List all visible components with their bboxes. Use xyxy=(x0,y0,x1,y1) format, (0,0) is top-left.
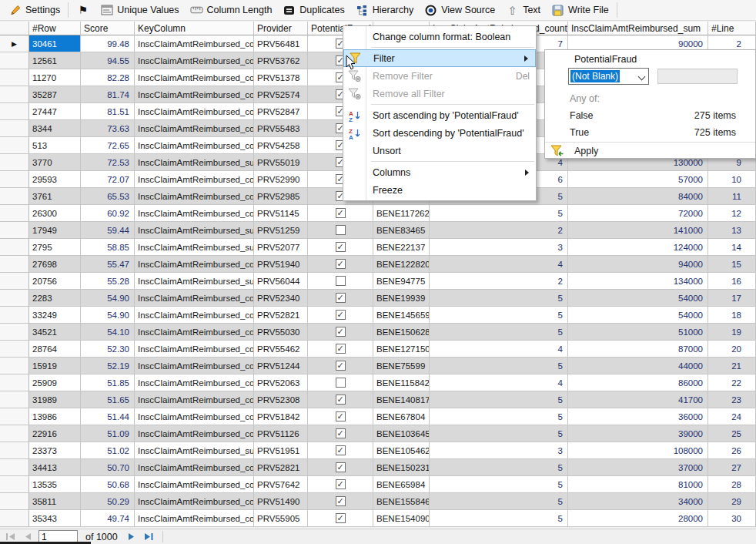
cell-key_column[interactable]: InscClaimAmtReimbursed_count xyxy=(135,374,254,391)
cell-provider[interactable]: PRV51259 xyxy=(254,222,308,239)
cell-score[interactable]: 51.44 xyxy=(81,408,135,425)
cell-bene[interactable]: BENE65984 xyxy=(373,476,430,493)
cell-row[interactable]: 22916 xyxy=(29,425,81,442)
cell-row[interactable]: 35287 xyxy=(29,86,81,103)
cell-provider[interactable]: PRV52985 xyxy=(254,188,308,205)
cell-row[interactable]: 8344 xyxy=(29,120,81,137)
potential-fraud-checkbox[interactable] xyxy=(336,208,346,218)
cell-bene[interactable]: BENE115842 xyxy=(373,374,430,391)
cell-potential_fraud[interactable] xyxy=(308,324,373,341)
cell-potential_fraud[interactable] xyxy=(308,307,373,324)
cell-potential_fraud[interactable] xyxy=(308,510,373,527)
cell-potential_fraud[interactable] xyxy=(308,374,373,391)
table-row[interactable]: 2291651.09InscClaimAmtReimbursed_countPR… xyxy=(0,425,756,442)
cell-score[interactable]: 82.28 xyxy=(81,69,135,86)
cell-count[interactable]: 4 xyxy=(430,256,568,273)
cell-provider[interactable]: PRV51490 xyxy=(254,493,308,510)
cell-key_column[interactable]: InscClaimAmtReimbursed_count xyxy=(135,358,254,374)
column-header-key_column[interactable]: KeyColumn xyxy=(135,22,254,35)
cell-row[interactable]: 17949 xyxy=(29,222,81,239)
cell-line[interactable]: 10 xyxy=(708,171,756,188)
cell-count[interactable]: 4 xyxy=(430,341,568,358)
cell-sum[interactable]: 72000 xyxy=(568,205,708,222)
cell-row[interactable]: 513 xyxy=(29,137,81,154)
toolbar-button-view-source[interactable]: View Source xyxy=(419,2,500,19)
cell-score[interactable]: 59.44 xyxy=(81,222,135,239)
cell-line[interactable]: 14 xyxy=(708,239,756,256)
cell-provider[interactable]: PRV52821 xyxy=(254,307,308,324)
cell-sum[interactable]: 86000 xyxy=(568,374,708,391)
cell-score[interactable]: 72.65 xyxy=(81,137,135,154)
first-page-button[interactable] xyxy=(5,532,17,542)
potential-fraud-checkbox[interactable] xyxy=(336,496,346,506)
cell-bene[interactable]: BENE140817 xyxy=(373,391,430,408)
cell-sum[interactable]: 141000 xyxy=(568,222,708,239)
cell-line[interactable]: 20 xyxy=(708,341,756,358)
cell-score[interactable]: 55.47 xyxy=(81,256,135,273)
cell-bene[interactable]: BENE22137 xyxy=(373,239,430,256)
cell-bene[interactable]: BENE145659 xyxy=(373,307,430,324)
cell-score[interactable]: 50.29 xyxy=(81,493,135,510)
cell-count[interactable]: 5 xyxy=(430,324,568,341)
cell-count[interactable]: 5 xyxy=(430,510,568,527)
cell-line[interactable]: 29 xyxy=(708,493,756,510)
potential-fraud-checkbox[interactable] xyxy=(336,462,346,472)
cell-potential_fraud[interactable] xyxy=(308,408,373,425)
cell-row[interactable]: 2283 xyxy=(29,290,81,307)
cell-score[interactable]: 51.02 xyxy=(81,442,135,459)
cell-row[interactable]: 35811 xyxy=(29,493,81,510)
cell-score[interactable]: 50.68 xyxy=(81,476,135,493)
potential-fraud-checkbox[interactable] xyxy=(336,327,346,337)
potential-fraud-checkbox[interactable] xyxy=(336,395,346,405)
table-row[interactable]: 3441350.70InscClaimAmtReimbursed_countPR… xyxy=(0,459,756,476)
cell-line[interactable]: 19 xyxy=(708,324,756,341)
cell-score[interactable]: 65.53 xyxy=(81,188,135,205)
cell-row[interactable]: 13986 xyxy=(29,408,81,425)
cell-count[interactable]: 5 xyxy=(430,476,568,493)
cell-key_column[interactable]: InscClaimAmtReimbursed_sum xyxy=(135,239,254,256)
cell-potential_fraud[interactable] xyxy=(308,273,373,290)
cell-key_column[interactable]: InscClaimAmtReimbursed_count xyxy=(135,324,254,341)
cell-score[interactable]: 54.10 xyxy=(81,324,135,341)
filter-option-false[interactable]: False 275 items xyxy=(570,110,736,121)
cell-bene[interactable]: BENE94775 xyxy=(373,273,430,290)
cell-bene[interactable]: BENE150628 xyxy=(373,324,430,341)
cell-key_column[interactable]: InscClaimAmtReimbursed_sum xyxy=(135,222,254,239)
menu-item-sort-ascending-by-potentialfraud[interactable]: AZSort ascending by 'PotentialFraud' xyxy=(343,106,536,124)
cell-bene[interactable]: BENE105462 xyxy=(373,442,430,459)
cell-sum[interactable]: 54000 xyxy=(568,307,708,324)
cell-key_column[interactable]: InscClaimAmtReimbursed_sum xyxy=(135,154,254,171)
cell-key_column[interactable]: InscClaimAmtReimbursed_count xyxy=(135,307,254,324)
table-row[interactable]: 2630060.92InscClaimAmtReimbursed_countPR… xyxy=(0,205,756,222)
cell-key_column[interactable]: InscClaimAmtReimbursed_count xyxy=(135,391,254,408)
cell-key_column[interactable]: InscClaimAmtReimbursed_count xyxy=(135,171,254,188)
cell-sum[interactable]: 44000 xyxy=(568,358,708,374)
cell-row[interactable]: 27447 xyxy=(29,103,81,120)
potential-fraud-checkbox[interactable] xyxy=(336,242,346,252)
cell-potential_fraud[interactable] xyxy=(308,442,373,459)
cell-bene[interactable]: BENE127150 xyxy=(373,341,430,358)
cell-provider[interactable]: PRV55462 xyxy=(254,341,308,358)
cell-key_column[interactable]: InscClaimAmtReimbursed_count xyxy=(135,341,254,358)
cell-provider[interactable]: PRV52340 xyxy=(254,290,308,307)
cell-row[interactable]: 34521 xyxy=(29,324,81,341)
table-row[interactable]: 3581150.29InscClaimAmtReimbursed_countPR… xyxy=(0,493,756,510)
cell-potential_fraud[interactable] xyxy=(308,239,373,256)
cell-provider[interactable]: PRV51244 xyxy=(254,358,308,374)
cell-provider[interactable]: PRV55905 xyxy=(254,510,308,527)
potential-fraud-checkbox[interactable] xyxy=(336,293,346,303)
cell-key_column[interactable]: InscClaimAmtReimbursed_sum xyxy=(135,273,254,290)
cell-bene[interactable]: BENE19939 xyxy=(373,290,430,307)
table-row[interactable]: 279558.85InscClaimAmtReimbursed_sumPRV52… xyxy=(0,239,756,256)
cell-key_column[interactable]: InscClaimAmtReimbursed_count xyxy=(135,459,254,476)
table-row[interactable]: 2769855.47InscClaimAmtReimbursed_countPR… xyxy=(0,256,756,273)
cell-row[interactable]: 11270 xyxy=(29,69,81,86)
cell-score[interactable]: 51.65 xyxy=(81,391,135,408)
toolbar-button-column-length[interactable]: Column Length xyxy=(185,2,278,19)
cell-provider[interactable]: PRV57642 xyxy=(254,476,308,493)
cell-provider[interactable]: PRV55483 xyxy=(254,120,308,137)
cell-potential_fraud[interactable] xyxy=(308,205,373,222)
cell-score[interactable]: 55.28 xyxy=(81,273,135,290)
cell-score[interactable]: 54.90 xyxy=(81,307,135,324)
cell-row[interactable]: 25909 xyxy=(29,374,81,391)
